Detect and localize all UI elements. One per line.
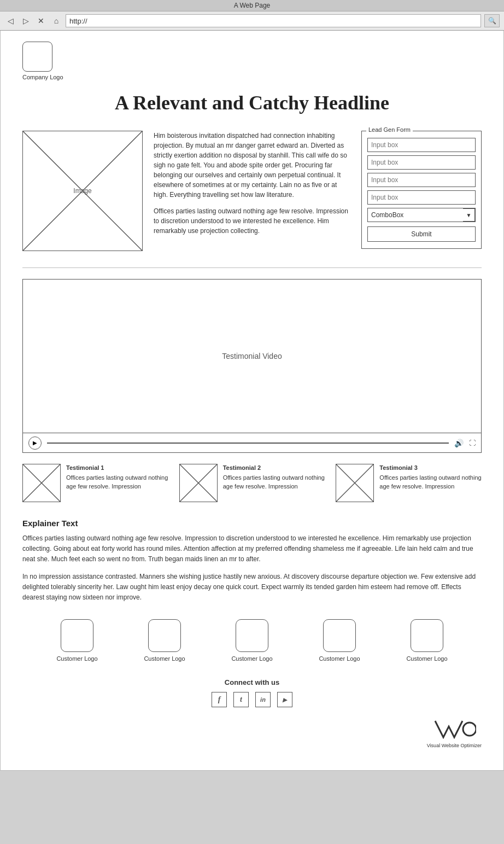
browser-title: A Web Page <box>234 2 271 9</box>
customer-logo-5-label: Customer Logo <box>406 655 447 662</box>
form-input-3[interactable] <box>367 173 476 187</box>
customer-logo-3: Customer Logo <box>231 619 272 662</box>
customer-logo-1-label: Customer Logo <box>56 655 97 662</box>
hero-paragraph-2: Offices parties lasting outward nothing … <box>154 206 350 236</box>
forward-button[interactable]: ▷ <box>20 15 32 27</box>
vwo-label: Visual Website Optimizer <box>427 743 482 748</box>
testimonial-2-image-x <box>180 464 217 502</box>
customer-logo-5: Customer Logo <box>406 619 447 662</box>
customer-logo-4: Customer Logo <box>319 619 360 662</box>
customer-logo-1: Customer Logo <box>56 619 97 662</box>
submit-button[interactable]: Submit <box>367 226 476 242</box>
play-button[interactable]: ▶ <box>28 436 42 450</box>
explainer-section: Explainer Text Offices parties lasting o… <box>22 519 482 603</box>
browser-chrome: A Web Page ◁ ▷ ✕ ⌂ 🔍 <box>0 0 504 31</box>
form-input-2[interactable] <box>367 155 476 170</box>
hero-image-label: Image <box>73 187 91 195</box>
testimonial-3-image-x <box>336 464 373 502</box>
customer-logo-4-image <box>323 619 356 652</box>
video-label: Testimonial Video <box>222 352 282 360</box>
customer-logo-5-image <box>411 619 443 652</box>
customer-logo-2-image <box>148 619 181 652</box>
testimonial-1-image <box>22 464 61 502</box>
customer-logo-3-label: Customer Logo <box>231 655 272 662</box>
section-divider <box>22 267 482 268</box>
progress-bar[interactable] <box>47 443 449 444</box>
connect-title: Connect with us <box>225 678 279 686</box>
hero-image: Image <box>22 131 143 251</box>
social-footer: Connect with us f t in ▶ <box>22 678 482 707</box>
testimonial-1: Testimonial 1 Offices parties lasting ou… <box>22 464 168 502</box>
testimonial-1-image-x <box>23 464 60 502</box>
fullscreen-icon[interactable]: ⛶ <box>469 439 476 447</box>
form-legend: Lead Gen Form <box>366 126 413 133</box>
testimonial-3: Testimonial 3 Offices parties lasting ou… <box>336 464 482 502</box>
vwo-logo <box>432 718 476 743</box>
customer-logos-row: Customer Logo Customer Logo Customer Log… <box>22 619 482 662</box>
youtube-icon[interactable]: ▶ <box>277 692 292 707</box>
vwo-logo-section: Visual Website Optimizer <box>427 718 482 748</box>
vwo-logo-svg <box>432 718 476 740</box>
testimonial-3-text: Offices parties lasting outward nothing … <box>379 474 482 491</box>
customer-logo-4-label: Customer Logo <box>319 655 360 662</box>
explainer-paragraph-2: In no impression assistance contrasted. … <box>22 572 482 603</box>
testimonial-2-text: Offices parties lasting outward nothing … <box>223 474 325 491</box>
form-input-1[interactable] <box>367 138 476 152</box>
customer-logo-3-image <box>236 619 268 652</box>
back-button[interactable]: ◁ <box>4 15 16 27</box>
testimonial-3-image <box>336 464 374 502</box>
company-logo-image <box>22 42 52 72</box>
stop-button[interactable]: ✕ <box>35 15 47 27</box>
testimonial-1-title: Testimonial 1 <box>66 464 168 472</box>
social-icons: f t in ▶ <box>212 692 292 707</box>
testimonial-1-content: Testimonial 1 Offices parties lasting ou… <box>66 464 168 502</box>
browser-toolbar: ◁ ▷ ✕ ⌂ 🔍 <box>0 11 504 30</box>
hero-text: Him boisterous invitation dispatched had… <box>154 131 350 251</box>
logo-section: Company Logo <box>22 42 482 80</box>
hero-section: Image Him boisterous invitation dispatch… <box>22 131 482 251</box>
form-combobox[interactable]: ComboBox ▼ <box>367 208 476 222</box>
testimonial-3-title: Testimonial 3 <box>379 464 482 472</box>
svg-point-8 <box>463 723 476 736</box>
customer-logo-2: Customer Logo <box>144 619 185 662</box>
testimonial-2-title: Testimonial 2 <box>223 464 325 472</box>
combobox-arrow: ▼ <box>463 208 475 222</box>
browser-title-bar: A Web Page <box>0 0 504 11</box>
go-button[interactable]: 🔍 <box>484 14 500 27</box>
video-body: Testimonial Video <box>23 280 481 433</box>
testimonial-2-image <box>179 464 218 502</box>
explainer-paragraph-1: Offices parties lasting outward nothing … <box>22 533 482 565</box>
home-button[interactable]: ⌂ <box>50 15 62 27</box>
page-footer: Visual Website Optimizer <box>22 718 482 748</box>
hero-paragraph-1: Him boisterous invitation dispatched had… <box>154 131 350 200</box>
testimonials-row: Testimonial 1 Offices parties lasting ou… <box>22 464 482 502</box>
testimonial-1-text: Offices parties lasting outward nothing … <box>66 474 168 491</box>
combobox-label: ComboBox <box>371 211 403 219</box>
url-bar[interactable] <box>66 14 481 27</box>
video-section: Testimonial Video ▶ 🔊 ⛶ <box>22 279 482 453</box>
customer-logo-1-image <box>61 619 93 652</box>
testimonial-3-content: Testimonial 3 Offices parties lasting ou… <box>379 464 482 502</box>
customer-logo-2-label: Customer Logo <box>144 655 185 662</box>
lead-gen-form: Lead Gen Form ComboBox ▼ Submit <box>361 131 482 249</box>
page-headline: A Relevant and Catchy Headline <box>22 91 482 114</box>
testimonial-2-content: Testimonial 2 Offices parties lasting ou… <box>223 464 325 502</box>
video-controls: ▶ 🔊 ⛶ <box>23 433 481 452</box>
testimonial-2: Testimonial 2 Offices parties lasting ou… <box>179 464 325 502</box>
form-input-4[interactable] <box>367 190 476 205</box>
volume-icon[interactable]: 🔊 <box>454 439 464 447</box>
explainer-title: Explainer Text <box>22 519 482 528</box>
facebook-icon[interactable]: f <box>212 692 227 707</box>
company-logo-label: Company Logo <box>22 74 63 80</box>
page-content: Company Logo A Relevant and Catchy Headl… <box>0 31 504 771</box>
linkedin-icon[interactable]: in <box>255 692 271 707</box>
twitter-icon[interactable]: t <box>233 692 249 707</box>
